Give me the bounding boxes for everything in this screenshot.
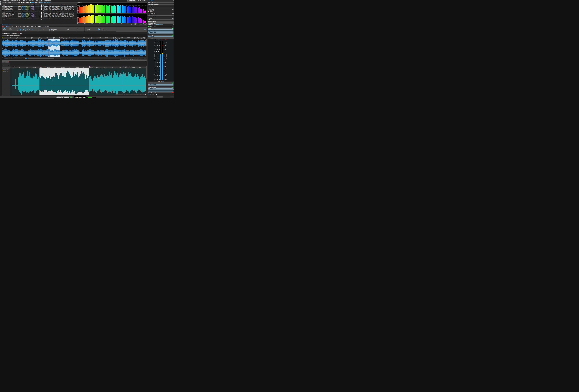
cell[interactable]: 00:19:50.21 bbox=[22, 13, 26, 14]
cell[interactable]: 00:05:27.44 bbox=[22, 7, 26, 8]
cell[interactable]: 00:33:46.22 bbox=[26, 17, 30, 18]
check-icon[interactable]: ✓ bbox=[13, 2, 14, 3]
cell[interactable]: THE EAST SIDE / NARCOLAPTIC / NARCOLAPTI… bbox=[52, 13, 74, 14]
master-level-section-header[interactable]: Master Level▯ bbox=[147, 37, 174, 39]
plugin-tree-item[interactable]: Peak Master64 F bbox=[147, 9, 174, 10]
track-eye-icon[interactable]: ◎ bbox=[8, 65, 9, 66]
cell[interactable]: PLEDGE OF ALLEGIANCE / NARCOLAPTIC / NAR… bbox=[52, 14, 74, 15]
cell[interactable]: 0 bbox=[37, 7, 41, 8]
cell[interactable]: LATE AFTER MIDNIGHT bbox=[5, 8, 15, 9]
emphasis-checkbox[interactable] bbox=[43, 5, 44, 6]
update-peak-files-button[interactable]: Update Peak Files bbox=[98, 28, 107, 29]
cell[interactable]: 05 bbox=[2, 9, 3, 10]
cell[interactable]: VOICE OF A GENERATION bbox=[5, 18, 15, 20]
cell[interactable] bbox=[15, 7, 17, 8]
frame-icon[interactable]: ⛶ bbox=[29, 2, 30, 3]
col-header-Name[interactable]: Name bbox=[5, 3, 15, 5]
emphasis-checkbox[interactable] bbox=[43, 14, 44, 15]
backwards-button[interactable]: ⬅Backwards bbox=[3, 28, 6, 30]
map-waveform-checkbox[interactable]: ✓Map Waveform to Level bbox=[98, 29, 107, 30]
tab-markers[interactable]: ⧓MARKERS bbox=[28, 0, 34, 1]
preview-icon[interactable]: ◉ bbox=[12, 2, 13, 3]
cell[interactable]: 13 bbox=[2, 18, 3, 20]
tab-spectroscope[interactable]: ▮▮SPECTROSCOPE bbox=[127, 0, 136, 1]
cell[interactable] bbox=[15, 18, 17, 20]
meter-unlock-button[interactable]: 🔓 bbox=[162, 81, 164, 82]
cell[interactable]: 00:00:00.00 bbox=[17, 5, 22, 6]
cell[interactable]: 00:07:52.67 bbox=[22, 8, 26, 9]
resampling-icon[interactable]: ◔ bbox=[172, 35, 173, 36]
cell[interactable]: 0 bbox=[37, 18, 41, 20]
cell[interactable] bbox=[15, 17, 17, 18]
marker-flag-icon[interactable]: ◆ bbox=[39, 66, 40, 67]
dither-grid-icon[interactable]: ⊞ bbox=[172, 82, 173, 83]
copy-protect-checkbox[interactable]: ✓ bbox=[41, 13, 43, 14]
cell[interactable]: 00:01:58.08 bbox=[22, 6, 26, 7]
montage-playhead[interactable] bbox=[46, 66, 46, 95]
encoder-checker-slot[interactable]: ▁▄Encoder Checker⊓ bbox=[148, 88, 174, 89]
speaker-set-1[interactable]: 1 bbox=[148, 94, 149, 95]
cd-icon-group[interactable]: ◉✓ bbox=[12, 2, 15, 3]
cell[interactable]: ∥▶∥ bbox=[3, 6, 5, 7]
copy-protect-checkbox[interactable]: ✓ bbox=[41, 9, 43, 10]
nav-back-icon[interactable]: ← bbox=[137, 24, 138, 25]
cell[interactable]: 00:00:00.00 bbox=[17, 13, 22, 14]
clip-color-dropdown[interactable]: ↖ Color ▾ bbox=[66, 29, 70, 30]
plugin-tree-item[interactable]: ▶Steinberg bbox=[147, 11, 174, 12]
cell[interactable]: ∥▶∥ bbox=[3, 11, 5, 13]
cell[interactable]: ∥▶∥ bbox=[3, 5, 5, 6]
solo-icon[interactable]: S bbox=[172, 29, 172, 30]
transport-collapse-icon[interactable]: « bbox=[56, 97, 57, 98]
cell[interactable]: 10 bbox=[2, 15, 3, 16]
cell[interactable]: DE-Z65-17-23019 bbox=[44, 10, 52, 11]
bypass-icon[interactable]: ⊓ bbox=[173, 29, 173, 30]
cursor-tools[interactable]: ⏮ ⏭ |◀ ▶| ⇱▼ ▼ ◀| |▶ ↰ ↱ bbox=[24, 28, 33, 30]
emphasis-checkbox[interactable] bbox=[43, 11, 44, 13]
cell[interactable]: STATE OF MIND / NARCOLAPTIC / NARCOLAPTI… bbox=[52, 17, 74, 18]
tab-file-group-2[interactable]: ▤ File Group 2 bbox=[11, 33, 19, 35]
forwards-button[interactable]: ➡Forwards bbox=[9, 28, 12, 30]
marker-flag-icon[interactable]: ◆ bbox=[123, 66, 123, 67]
tab-spectrometer[interactable]: ∧SPECTROMETER bbox=[42, 0, 51, 1]
record-button[interactable]: ● bbox=[71, 96, 72, 98]
cell[interactable] bbox=[15, 16, 17, 17]
cell[interactable]: 03 bbox=[2, 7, 3, 8]
cell[interactable]: 0 bbox=[37, 8, 41, 9]
playback-radio[interactable]: Static View bbox=[49, 28, 58, 29]
cd-track-row[interactable]: 11∥▶∥NOT A RIOT00:00:00.0000:28:04.5000:… bbox=[2, 16, 77, 17]
col-header-icon1[interactable]: ◁) bbox=[3, 3, 5, 5]
tree-down-arrow-icon[interactable]: ▼ bbox=[147, 7, 148, 7]
final-effects-section-header[interactable]: Final Effects / Dithering⊞ bbox=[147, 82, 174, 84]
cell[interactable]: 0 bbox=[37, 9, 41, 10]
cell[interactable]: DE-Z65-17-23020 bbox=[44, 11, 52, 13]
col-header-Length[interactable]: Length bbox=[30, 3, 35, 5]
meter-mode-bars-button[interactable]: = bbox=[158, 81, 159, 82]
col-header-icon0[interactable] bbox=[2, 3, 3, 5]
col-header-Start[interactable]: Start bbox=[22, 3, 26, 5]
cd-track-row[interactable]: 12∥▶∥STATE OF MIND00:00:00.0000:30:40.07… bbox=[2, 17, 77, 18]
speaker-check-icon[interactable]: ☑ bbox=[174, 94, 174, 95]
cell[interactable]: DE-Z65-17-23018 bbox=[44, 9, 52, 10]
cell[interactable]: 00:17:04.74 bbox=[22, 11, 26, 13]
cell[interactable]: LATE AFTER MIDNIGHT / NARCOLAPTIC / NARC… bbox=[52, 8, 74, 9]
cell[interactable]: 00:22:47.48 bbox=[22, 14, 26, 15]
cell[interactable]: PUNK ROCK / NARCOLAPTIC / NARCOLAPTIC / … bbox=[52, 7, 74, 8]
cell[interactable] bbox=[15, 14, 17, 15]
tab-video[interactable]: ▤VIDEO bbox=[142, 0, 147, 1]
speaker-set-2[interactable]: 2 bbox=[150, 94, 151, 95]
col-header-Pre-Gap[interactable]: Pre-Gap bbox=[35, 3, 37, 5]
cell[interactable]: DE-Z65-17-23014 bbox=[44, 5, 52, 6]
cell[interactable]: 00:01:58.08 bbox=[30, 5, 35, 6]
cell[interactable]: DE-Z65-17-23025 bbox=[44, 17, 52, 18]
cell[interactable]: OUT OF THE NIGHT bbox=[5, 9, 15, 10]
upc-ean-link[interactable]: upc/ean bbox=[40, 2, 43, 3]
cell[interactable]: 00:00:00.00 bbox=[17, 11, 22, 13]
anchor-icon[interactable]: ⚓ bbox=[17, 2, 17, 3]
routing-icon[interactable]: ⇥ bbox=[171, 87, 172, 88]
audio-range-icon[interactable]: ∿ bbox=[32, 2, 34, 3]
loop-icon[interactable]: ↺ bbox=[16, 2, 16, 3]
audio-format[interactable]: Stereo 32 bit F 44 100 Hz bbox=[138, 59, 145, 60]
montage-tab-render[interactable]: ➲RENDER bbox=[44, 26, 49, 27]
track-plugin-button[interactable]: ⊶ bbox=[7, 69, 8, 71]
cell[interactable]: 0 bbox=[35, 10, 37, 11]
